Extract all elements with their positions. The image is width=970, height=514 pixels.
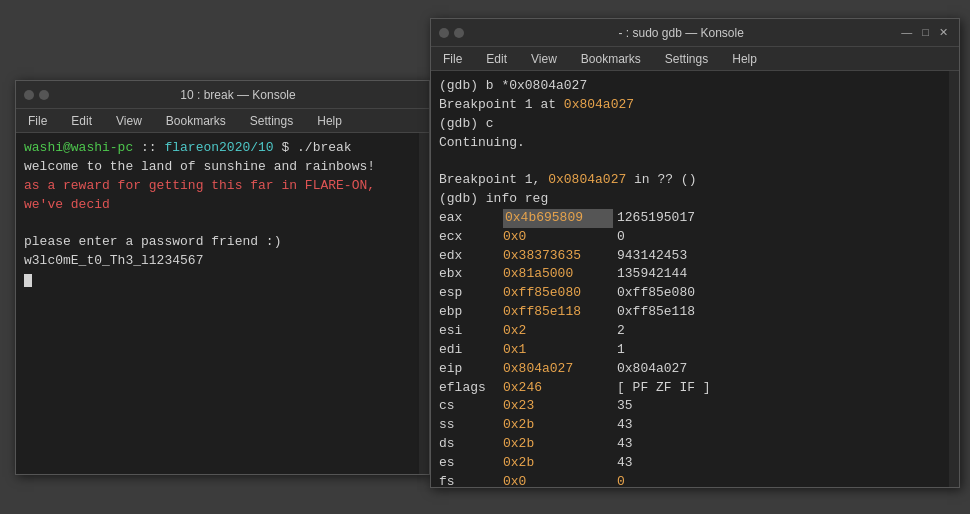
gdb-line-continuing: Continuing. xyxy=(439,134,941,153)
prompt-sep: :: xyxy=(133,140,164,155)
password-text: please enter a password friend :) w3lc0m… xyxy=(24,234,281,268)
dot-1 xyxy=(24,90,34,100)
gdb-line-bp1: Breakpoint 1 at 0x804a027 xyxy=(439,96,941,115)
reg-es: es 0x2b 43 xyxy=(439,454,941,473)
menu-help-2[interactable]: Help xyxy=(728,50,761,68)
terminal-body-2: (gdb) b *0x0804a027 Breakpoint 1 at 0x80… xyxy=(431,71,949,487)
reg-ss: ss 0x2b 43 xyxy=(439,416,941,435)
window-gdb-konsole: - : sudo gdb — Konsole — □ ✕ File Edit V… xyxy=(430,18,960,488)
reward-text: as a reward for getting this far in FLAR… xyxy=(24,178,375,212)
gdb-line-c: (gdb) c xyxy=(439,115,941,134)
reg-eflags: eflags 0x246 [ PF ZF IF ] xyxy=(439,379,941,398)
titlebar-btns-2: — □ ✕ xyxy=(898,26,951,39)
reg-edx: edx 0x38373635 943142453 xyxy=(439,247,941,266)
menu-bookmarks-2[interactable]: Bookmarks xyxy=(577,50,645,68)
menu-file-1[interactable]: File xyxy=(24,112,51,130)
menu-settings-2[interactable]: Settings xyxy=(661,50,712,68)
dot-2 xyxy=(39,90,49,100)
terminal-body-1: washi@washi-pc :: flareon2020/10 $ ./bre… xyxy=(16,133,419,474)
menubar-2: File Edit View Bookmarks Settings Help xyxy=(431,47,959,71)
close-btn[interactable]: ✕ xyxy=(936,26,951,39)
scrollbar-2[interactable] xyxy=(949,71,959,487)
maximize-btn[interactable]: □ xyxy=(919,26,932,39)
menu-view-1[interactable]: View xyxy=(112,112,146,130)
reg-ds: ds 0x2b 43 xyxy=(439,435,941,454)
gdb-line-blank xyxy=(439,152,941,171)
reg-ebp: ebp 0xff85e118 0xff85e118 xyxy=(439,303,941,322)
menu-edit-1[interactable]: Edit xyxy=(67,112,96,130)
dot-3 xyxy=(439,28,449,38)
window-title-2: - : sudo gdb — Konsole xyxy=(470,26,892,40)
terminal-line-welcome: welcome to the land of sunshine and rain… xyxy=(24,158,411,177)
menubar-1: File Edit View Bookmarks Settings Help xyxy=(16,109,429,133)
reg-eax: eax 0x4b695809 1265195017 xyxy=(439,209,941,228)
terminal-line-reward: as a reward for getting this far in FLAR… xyxy=(24,177,411,215)
scrollbar-1[interactable] xyxy=(419,133,429,474)
reg-eip: eip 0x804a027 0x804a027 xyxy=(439,360,941,379)
reg-cs: cs 0x23 35 xyxy=(439,397,941,416)
reg-ebx: ebx 0x81a5000 135942144 xyxy=(439,265,941,284)
window-title-1: 10 : break — Konsole xyxy=(55,88,421,102)
menu-bookmarks-1[interactable]: Bookmarks xyxy=(162,112,230,130)
window-break-konsole: 10 : break — Konsole File Edit View Book… xyxy=(15,80,430,475)
prompt-user: washi@washi-pc xyxy=(24,140,133,155)
titlebar-1: 10 : break — Konsole xyxy=(16,81,429,109)
titlebar-2: - : sudo gdb — Konsole — □ ✕ xyxy=(431,19,959,47)
terminal-line-prompt: washi@washi-pc :: flareon2020/10 $ ./bre… xyxy=(24,139,411,158)
dot-4 xyxy=(454,28,464,38)
terminal-line-cursor xyxy=(24,271,411,290)
menu-help-1[interactable]: Help xyxy=(313,112,346,130)
menu-edit-2[interactable]: Edit xyxy=(482,50,511,68)
reg-ecx: ecx 0x0 0 xyxy=(439,228,941,247)
gdb-line-b: (gdb) b *0x0804a027 xyxy=(439,77,941,96)
gdb-line-inforeg: (gdb) info reg xyxy=(439,190,941,209)
reg-edi: edi 0x1 1 xyxy=(439,341,941,360)
cursor-1 xyxy=(24,274,32,287)
gdb-line-bp2: Breakpoint 1, 0x0804a027 in ?? () xyxy=(439,171,941,190)
prompt-dir: flareon2020/10 xyxy=(164,140,273,155)
menu-settings-1[interactable]: Settings xyxy=(246,112,297,130)
menu-file-2[interactable]: File xyxy=(439,50,466,68)
terminal-line-blank1 xyxy=(24,214,411,233)
minimize-btn[interactable]: — xyxy=(898,26,915,39)
reg-esi: esi 0x2 2 xyxy=(439,322,941,341)
prompt-dollar: $ ./break xyxy=(274,140,352,155)
menu-view-2[interactable]: View xyxy=(527,50,561,68)
terminal-line-password: please enter a password friend :) w3lc0m… xyxy=(24,233,411,271)
window-dots-1 xyxy=(24,90,49,100)
window-dots-2 xyxy=(439,28,464,38)
welcome-text: welcome to the land of sunshine and rain… xyxy=(24,159,375,174)
reg-fs: fs 0x0 0 xyxy=(439,473,941,487)
reg-esp: esp 0xff85e080 0xff85e080 xyxy=(439,284,941,303)
